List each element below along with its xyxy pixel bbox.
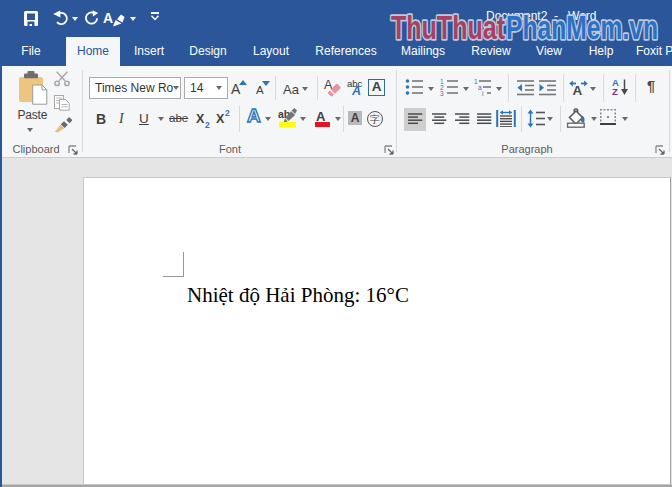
svg-text:i: i [482, 90, 483, 96]
svg-text:A: A [573, 83, 583, 98]
svg-text:ThuThuat: ThuThuat [391, 10, 505, 46]
svg-text:3: 3 [440, 90, 444, 96]
svg-text:PhanMem.vn: PhanMem.vn [506, 10, 658, 46]
